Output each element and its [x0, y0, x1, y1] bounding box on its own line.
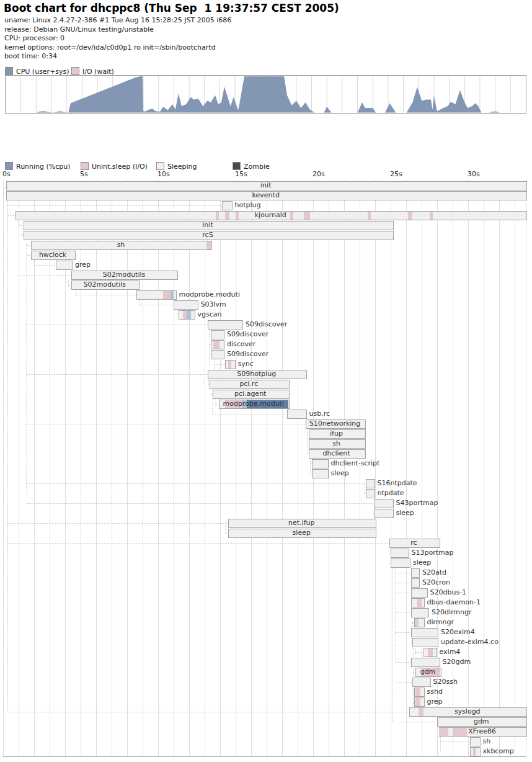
process-label: S09discover: [246, 320, 287, 329]
process-bar: [56, 261, 73, 270]
process-bar: [411, 598, 425, 607]
process-label: gdm: [415, 668, 440, 676]
process-label: ifup: [309, 429, 365, 438]
bootchart-page: Boot chart for dhcppc8 (Thu Sep 1 19:37:…: [0, 0, 532, 762]
process-label: S10networking: [306, 419, 365, 428]
process-label: ntpdate: [378, 489, 404, 498]
process-label: grep: [75, 261, 91, 269]
process-bar: [225, 360, 236, 369]
process-bar: [211, 330, 224, 339]
process-bar: [211, 340, 224, 349]
process-bar: [179, 310, 195, 320]
process-label: init: [24, 221, 392, 230]
process-label: S16ntpdate: [378, 479, 417, 488]
process-bar: [414, 688, 425, 697]
process-label: rc: [389, 539, 439, 547]
process-label: pci.agent: [213, 390, 289, 398]
process-label: net.ifup: [228, 519, 376, 527]
process-bar: [366, 479, 375, 488]
process-bar: [222, 201, 233, 210]
process-label: hwclock: [31, 251, 74, 259]
process-bar: [411, 608, 430, 617]
process-label: S20cron: [422, 578, 450, 587]
process-label: S20gdm: [443, 658, 471, 666]
process-bar: [287, 410, 307, 419]
process-label: xkbcomp: [483, 747, 514, 756]
process-label: S20dirmngr: [432, 608, 472, 617]
process-label: S02modutils: [71, 271, 177, 279]
process-label: S20dbus-1: [430, 588, 467, 597]
process-bar: [366, 489, 375, 498]
process-label: sh: [31, 241, 211, 249]
process-label: dirmngr: [427, 618, 454, 627]
process-bar: [411, 578, 420, 588]
process-label: S09discover: [227, 330, 268, 339]
process-label: sleep: [396, 509, 414, 518]
process-bar: [211, 350, 224, 359]
process-label: kjournald: [16, 211, 526, 220]
io-wait-segment: [415, 688, 420, 696]
running-segment: [187, 311, 190, 319]
process-label: dhclient: [309, 449, 365, 458]
io-wait-segment: [228, 361, 231, 369]
process-bar: [136, 290, 177, 300]
process-label: S09hotplug: [208, 370, 306, 379]
process-bar: [312, 469, 329, 478]
io-wait-segment: [415, 619, 419, 627]
process-label: S20atd: [422, 568, 446, 577]
process-bar: [174, 300, 198, 310]
process-label: S13portmap: [412, 549, 454, 557]
process-label: grep: [427, 697, 443, 706]
process-bar: [411, 588, 428, 598]
process-label: vgscan: [198, 310, 222, 319]
process-label: S02modutils: [71, 280, 138, 289]
process-label: sync: [238, 360, 254, 369]
process-label: S20exim4: [441, 628, 475, 637]
process-label: pci.rc: [210, 380, 289, 388]
process-label: S03lvm: [201, 300, 226, 309]
io-wait-segment: [417, 599, 422, 607]
process-label: discover: [227, 340, 255, 349]
process-bar: [470, 737, 481, 746]
process-label: sleep: [413, 558, 431, 567]
io-wait-segment: [415, 698, 420, 706]
process-bar: [391, 558, 410, 568]
process-label: exim4: [440, 648, 461, 657]
process-label: modprobe.moduti: [219, 400, 289, 408]
io-wait-segment: [428, 648, 433, 657]
io-wait-segment: [473, 748, 476, 756]
process-label: update-exim4.co: [441, 638, 499, 647]
process-bar: [208, 320, 243, 329]
process-label: dhclient-script: [331, 459, 380, 468]
process-label: sh: [483, 737, 491, 746]
process-bar: [470, 747, 481, 756]
io-wait-segment: [213, 341, 219, 349]
process-bar: [414, 618, 425, 627]
process-bar: [412, 678, 431, 687]
process-label: gdm: [437, 717, 526, 726]
process-bar: [423, 648, 437, 657]
process-label: usb.rc: [309, 410, 330, 418]
process-label: dbus-daemon-1: [427, 598, 481, 607]
process-bar: [411, 658, 440, 667]
process-bar: [414, 697, 425, 707]
process-label: rcS: [24, 231, 392, 240]
process-bar: [412, 638, 438, 647]
io-wait-segment: [163, 291, 171, 299]
process-label: keventd: [6, 191, 526, 200]
process-label: sleep: [331, 469, 349, 478]
process-bar: [312, 459, 329, 468]
process-label: sleep: [228, 529, 376, 537]
process-label: S20ssh: [433, 678, 458, 686]
process-label: syslogd: [409, 707, 526, 716]
process-bar: [411, 628, 439, 637]
running-segment: [171, 291, 174, 299]
process-label: hotplug: [235, 201, 261, 210]
process-label: S09discover: [227, 350, 268, 359]
process-label: init: [6, 181, 526, 190]
process-bar: [391, 549, 409, 558]
process-bar: [374, 499, 394, 508]
process-label: modprobe.moduti: [179, 290, 240, 299]
process-label: S43portmap: [396, 499, 438, 508]
process-label: XFree86: [439, 727, 526, 736]
